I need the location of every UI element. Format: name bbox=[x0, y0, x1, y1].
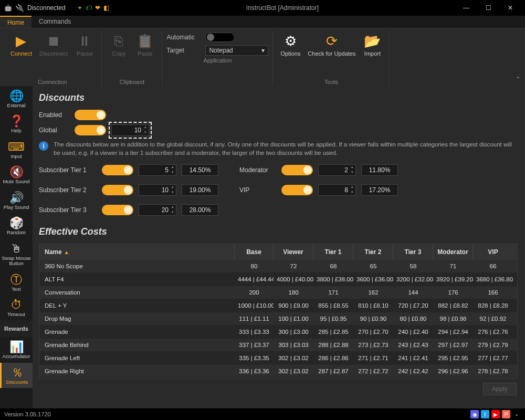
vip-toggle[interactable] bbox=[281, 185, 313, 195]
cell: 3920 | £39.20 bbox=[433, 273, 473, 286]
check-updates-button[interactable]: ⟳ Check for Updates bbox=[304, 30, 359, 59]
table-row[interactable]: Grenade Right336 | £3.36302 | £3.02287 |… bbox=[39, 365, 517, 378]
col-tier3[interactable]: Tier 3 bbox=[393, 244, 433, 260]
col-moderator[interactable]: Moderator bbox=[433, 244, 473, 260]
sidebar-item-accumulator[interactable]: 📊Accumulator bbox=[0, 337, 33, 362]
cell: 278 | £2.78 bbox=[473, 365, 513, 377]
cell: 302 | £3.02 bbox=[274, 365, 313, 377]
table-row[interactable]: Drop Mag111 | £1.11100 | £1.0095 | £0.95… bbox=[39, 312, 517, 326]
tab-commands[interactable]: Commands bbox=[32, 16, 78, 28]
table-row[interactable]: Grenade333 | £3.33300 | £3.00285 | £2.85… bbox=[39, 326, 517, 339]
sidebar-item-text[interactable]: ⓉText bbox=[0, 270, 33, 295]
global-input[interactable]: 10▴▾ bbox=[111, 124, 149, 136]
cell: 176 bbox=[433, 286, 473, 299]
vip-pct: 17.20% bbox=[361, 184, 398, 196]
sidebar-item-input[interactable]: ⌨Input bbox=[0, 137, 33, 162]
col-vip[interactable]: VIP bbox=[473, 244, 513, 260]
titlebar-icon-3[interactable]: ❤ bbox=[95, 4, 100, 12]
percent-icon: ％ bbox=[12, 366, 23, 380]
spin-down-icon[interactable]: ▾ bbox=[142, 130, 149, 135]
table-row[interactable]: Grenade Behind337 | £3.37303 | £3.03288 … bbox=[39, 339, 517, 352]
automatic-toggle[interactable] bbox=[205, 33, 235, 42]
cell: DEL + Y bbox=[39, 299, 235, 312]
group-connection-label: Connection bbox=[38, 77, 67, 86]
sub2-toggle[interactable] bbox=[102, 185, 133, 195]
table-row[interactable]: 360 No Scope80726865587166 bbox=[39, 260, 517, 273]
cell: 810 | £8.10 bbox=[353, 299, 393, 312]
apply-button[interactable]: Apply bbox=[483, 383, 517, 395]
sub1-input[interactable]: 5▴▾ bbox=[139, 164, 176, 176]
cell: 100 | £1.00 bbox=[274, 312, 313, 325]
sidebar-item-play[interactable]: 🔊Play Sound bbox=[0, 188, 33, 213]
col-tier2[interactable]: Tier 2 bbox=[353, 244, 393, 260]
twitter-icon[interactable]: t bbox=[481, 410, 489, 418]
titlebar-icon-2[interactable]: 🏷 bbox=[86, 4, 92, 12]
timer-icon: ⏱ bbox=[10, 298, 22, 312]
cell: 162 bbox=[353, 286, 393, 299]
cell: 335 | £3.35 bbox=[235, 352, 274, 364]
table-row[interactable]: Conversation200180171162144176166 bbox=[39, 286, 517, 299]
sidebar-item-swap[interactable]: 🖱Swap Mouse Button bbox=[0, 239, 33, 270]
cell: 144 bbox=[393, 286, 433, 299]
cell: 333 | £3.33 bbox=[235, 326, 274, 338]
mod-input[interactable]: 2▴▾ bbox=[318, 164, 356, 176]
maximize-button[interactable]: ☐ bbox=[478, 0, 499, 16]
accumulator-icon: 📊 bbox=[9, 340, 24, 354]
cell: 279 | £2.79 bbox=[473, 339, 513, 351]
sub1-pct: 14.50% bbox=[182, 164, 218, 176]
sub3-toggle[interactable] bbox=[102, 205, 133, 215]
enabled-toggle[interactable] bbox=[75, 110, 106, 120]
target-select[interactable]: Notepad ▾ bbox=[205, 45, 268, 56]
spin-up-icon[interactable]: ▴ bbox=[142, 125, 149, 130]
col-name[interactable]: Name▲ bbox=[39, 244, 235, 260]
sub3-input[interactable]: 20▴▾ bbox=[139, 204, 176, 216]
sidebar-item-mute[interactable]: 🔇Mute Sound bbox=[0, 162, 33, 187]
cell: 337 | £3.37 bbox=[235, 339, 274, 351]
table-row[interactable]: ALT F44444 | £44.444000 | £40.003800 | £… bbox=[39, 273, 517, 286]
cell: 1000 | £10.00 bbox=[235, 299, 274, 312]
close-button[interactable]: ✕ bbox=[500, 0, 521, 16]
options-button[interactable]: ⚙ Options bbox=[277, 30, 303, 59]
table-row[interactable]: Grenade Left335 | £3.35302 | £3.02286 | … bbox=[39, 352, 517, 365]
col-viewer[interactable]: Viewer bbox=[274, 244, 313, 260]
cell: 336 | £3.36 bbox=[235, 365, 274, 377]
sidebar-item-timeout[interactable]: ⏱Timeout bbox=[0, 295, 33, 320]
connection-status-label: Disconnected bbox=[27, 4, 66, 12]
cell: 277 | £2.77 bbox=[473, 352, 513, 364]
sidebar-item-rewards[interactable]: Rewards bbox=[0, 320, 33, 337]
patreon-icon[interactable]: P bbox=[502, 410, 510, 418]
sub2-pct: 19.00% bbox=[182, 184, 218, 196]
tab-home[interactable]: Home bbox=[0, 16, 32, 28]
youtube-icon[interactable]: ▶ bbox=[491, 410, 500, 418]
sidebar-item-random[interactable]: 🎲Random bbox=[0, 213, 33, 238]
cell: 273 | £2.73 bbox=[353, 339, 393, 351]
import-button[interactable]: 📂 Import bbox=[360, 30, 385, 59]
paste-button: 📋 Paste bbox=[132, 30, 158, 59]
cell: 270 | £2.70 bbox=[353, 326, 393, 338]
discount-info-text: The discounts below are in addition to t… bbox=[54, 140, 518, 157]
cell: 80 | £0.80 bbox=[393, 312, 433, 325]
minimize-button[interactable]: — bbox=[456, 0, 477, 16]
cell: Grenade Behind bbox=[39, 339, 235, 351]
dice-icon: 🎲 bbox=[9, 216, 24, 230]
global-toggle[interactable] bbox=[75, 125, 106, 135]
mod-toggle[interactable] bbox=[281, 165, 313, 175]
titlebar-icon-4[interactable]: ◧ bbox=[103, 4, 109, 12]
sidebar-item-discounts[interactable]: ％Discounts bbox=[0, 363, 33, 388]
col-tier1[interactable]: Tier 1 bbox=[313, 244, 353, 260]
table-row[interactable]: DEL + Y1000 | £10.00900 | £9.00855 | £8.… bbox=[39, 299, 517, 312]
sub2-input[interactable]: 10▴▾ bbox=[139, 184, 176, 196]
vip-input[interactable]: 8▴▾ bbox=[318, 184, 356, 196]
sub3-label: Subscriber Tier 3 bbox=[39, 206, 97, 214]
discord-icon[interactable]: ◉ bbox=[470, 410, 479, 418]
sub1-toggle[interactable] bbox=[102, 165, 133, 175]
ribbon-collapse-button[interactable]: ⌃ bbox=[516, 76, 521, 83]
connect-button[interactable]: ▶ Connect bbox=[7, 30, 35, 59]
cell: 287 | £2.87 bbox=[313, 365, 353, 377]
col-base[interactable]: Base bbox=[235, 244, 274, 260]
cell: 240 | £2.40 bbox=[393, 326, 433, 338]
sidebar-item-external[interactable]: 🌐External bbox=[0, 86, 33, 111]
sidebar-item-help[interactable]: ❓Help bbox=[0, 111, 33, 136]
titlebar-icon-1[interactable]: ✦ bbox=[77, 4, 82, 12]
app-icon: 🤖 bbox=[4, 4, 12, 12]
